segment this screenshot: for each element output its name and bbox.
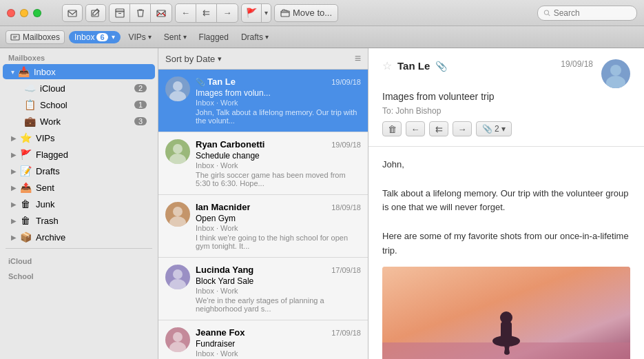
icloud-label: iCloud: [40, 83, 134, 94]
minimize-button[interactable]: [20, 9, 28, 17]
drafts-tab-label: Drafts: [241, 32, 263, 42]
email-list-item[interactable]: 📎Tan Le 19/09/18 Images from volun... In…: [158, 70, 368, 132]
flagged-icon: 🚩: [19, 149, 32, 160]
title-bar: ← ⇇ → 🚩 ▾ Move to...: [0, 0, 644, 26]
sidebar-item-flagged[interactable]: ▶ 🚩 Flagged: [3, 147, 155, 162]
email-header-row: Jeanne Fox 17/09/18: [196, 327, 361, 338]
email-date: 17/09/18: [331, 266, 361, 274]
work-label: Work: [40, 116, 134, 127]
reading-sender-group: ☆ Tan Le 📎: [382, 59, 561, 72]
sidebar-item-trash[interactable]: ▶ 🗑 Trash: [3, 213, 155, 228]
sidebar-item-archive[interactable]: ▶ 📦 Archive: [3, 229, 155, 245]
email-avatar: [165, 202, 190, 227]
email-preview: We're in the early stages of planning a …: [196, 296, 361, 313]
sidebar-item-junk[interactable]: ▶ 🗑 Junk: [3, 196, 155, 212]
flagged-tab[interactable]: Flagged: [195, 31, 233, 43]
sidebar-item-icloud[interactable]: ☁️ iCloud 2: [3, 81, 155, 96]
email-header-row: Ryan Carbonetti 19/09/18: [196, 139, 361, 150]
sidebar-item-drafts[interactable]: ▶ 📝 Drafts: [3, 163, 155, 178]
email-list-item[interactable]: Lucinda Yang 17/09/18 Block Yard Sale In…: [158, 258, 368, 320]
svg-point-6: [544, 10, 548, 14]
flag-button[interactable]: 🚩 ▾: [241, 3, 271, 23]
flag-dropdown-arrow[interactable]: ▾: [261, 4, 271, 22]
email-avatar: [165, 139, 190, 164]
email-tags: Inbox · Work: [196, 349, 361, 358]
sidebar-item-work[interactable]: 💼 Work 3: [3, 114, 155, 129]
move-to-button[interactable]: Move to...: [274, 4, 338, 22]
sent-tab[interactable]: Sent ▾: [160, 31, 191, 43]
svg-point-13: [169, 216, 186, 227]
body-paragraph1: Talk about a lifelong memory. Our trip w…: [382, 187, 630, 216]
archive-button[interactable]: [110, 4, 130, 22]
svg-point-8: [173, 81, 183, 91]
close-button[interactable]: [7, 9, 15, 17]
sort-by-chevron: ▾: [218, 54, 222, 63]
avatar-svg: [165, 139, 190, 164]
email-list-item[interactable]: Ryan Carbonetti 19/09/18 Schedule change…: [158, 132, 368, 195]
junk-icon: [156, 8, 166, 18]
sidebar-item-inbox[interactable]: ▾ 📥 Inbox: [3, 64, 155, 79]
junk-button[interactable]: [151, 4, 172, 22]
attachment-dropdown[interactable]: ▾: [501, 124, 506, 134]
search-bar[interactable]: [537, 6, 637, 21]
email-avatar: [165, 265, 190, 289]
mailbox-icon-button[interactable]: [62, 4, 83, 22]
reading-delete-button[interactable]: 🗑: [382, 121, 402, 136]
avatar-svg: [165, 76, 190, 101]
archive-label: Archive: [36, 232, 147, 243]
drafts-tab[interactable]: Drafts ▾: [237, 31, 273, 43]
email-content: Ryan Carbonetti 19/09/18 Schedule change…: [196, 139, 361, 187]
email-list: Sort by Date ▾ ≡ 📎Tan Le 19/09/18 Images…: [158, 48, 368, 359]
reading-pane: ☆ Tan Le 📎 19/09/18 Images from voluntee…: [368, 48, 644, 359]
search-input[interactable]: [554, 8, 631, 18]
junk-label: Junk: [36, 199, 147, 209]
reading-to: To: John Bishop: [382, 106, 630, 116]
mailboxes-tab[interactable]: Mailboxes: [6, 30, 65, 44]
vips-tab[interactable]: VIPs ▾: [125, 31, 156, 43]
reply-group: ← ⇇ →: [175, 3, 238, 23]
mailboxes-icon: [10, 34, 20, 41]
sidebar-item-school[interactable]: 📋 School 1: [3, 97, 155, 112]
sent-icon: 📤: [19, 182, 32, 193]
forward-button[interactable]: →: [217, 4, 238, 22]
email-list-item[interactable]: Ian Macnider 18/09/18 Open Gym Inbox · W…: [158, 195, 368, 258]
move-to-label: Move to...: [293, 8, 332, 18]
star-button[interactable]: ☆: [382, 59, 392, 72]
reply-all-button[interactable]: ⇇: [196, 4, 217, 22]
email-list-item[interactable]: Jeanne Fox 17/09/18 Fundraiser Inbox · W…: [158, 320, 368, 359]
window-controls: [7, 9, 41, 17]
inbox-label: Inbox: [34, 67, 147, 77]
reply-button[interactable]: ←: [176, 4, 196, 22]
maximize-button[interactable]: [33, 9, 41, 17]
trash-expand-arrow: ▶: [11, 217, 17, 225]
sidebar-item-sent[interactable]: ▶ 📤 Sent: [3, 180, 155, 195]
svg-point-24: [500, 311, 512, 324]
email-preview: I think we're going to the high school f…: [196, 234, 361, 250]
avatar-svg: [165, 265, 190, 289]
reading-attachment-button[interactable]: 📎 2 ▾: [476, 121, 512, 136]
email-header-row: 📎Tan Le 19/09/18: [196, 76, 361, 87]
reading-image: [382, 267, 630, 359]
reading-forward-button[interactable]: →: [453, 121, 472, 136]
inbox-tab-label: Inbox: [74, 32, 94, 42]
inbox-tab[interactable]: Inbox 6 ▾: [69, 31, 120, 43]
message-action-group: [109, 3, 172, 23]
flagged-expand-arrow: ▶: [11, 151, 17, 158]
filter-icon[interactable]: ≡: [355, 52, 361, 65]
reading-reply-all-button[interactable]: ⇇: [429, 121, 448, 136]
sort-by-button[interactable]: Sort by Date ▾: [165, 54, 222, 64]
svg-point-15: [169, 279, 186, 289]
compose-button[interactable]: [85, 4, 106, 22]
sidebar: Mailboxes ▾ 📥 Inbox ☁️ iCloud 2 📋 School…: [0, 48, 158, 359]
inbox-tab-dropdown[interactable]: ▾: [112, 33, 115, 41]
reading-body: John, Talk about a lifelong memory. Our …: [368, 147, 644, 359]
reading-reply-button[interactable]: ←: [406, 121, 425, 136]
email-subject: Schedule change: [196, 151, 361, 161]
svg-point-14: [173, 269, 183, 279]
delete-button[interactable]: [130, 4, 151, 22]
email-tags: Inbox · Work: [196, 161, 361, 170]
vips-icon: ⭐: [19, 132, 32, 143]
email-items-list: 📎Tan Le 19/09/18 Images from volun... In…: [158, 70, 368, 359]
sidebar-item-vips[interactable]: ▶ ⭐ VIPs: [3, 130, 155, 145]
search-icon: [543, 9, 551, 17]
